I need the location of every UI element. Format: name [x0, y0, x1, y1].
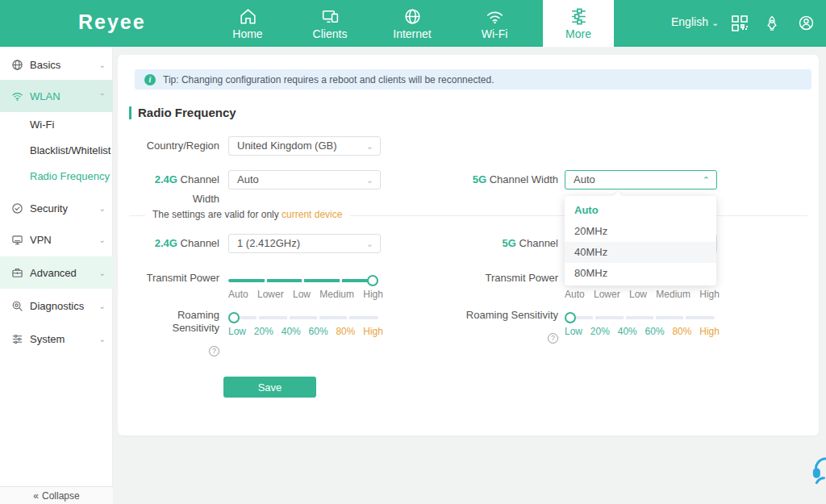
tab-clients-label: Clients	[313, 27, 348, 40]
chevron-down-icon: ⌄	[99, 235, 106, 244]
customer-support-icon[interactable]	[810, 453, 826, 485]
sliders-icon	[11, 332, 24, 345]
transmit-power-ticks: AutoLowerLowMediumHigh	[228, 289, 383, 300]
chevron-down-icon: ⌄	[99, 60, 106, 69]
slider-handle[interactable]	[228, 312, 240, 323]
channel-24g-label: 2.4G Channel	[131, 234, 219, 253]
account-icon[interactable]	[797, 14, 816, 35]
sidebar-item-label: Security	[30, 202, 68, 215]
info-icon: i	[144, 74, 156, 85]
chevron-down-icon: ⌄	[711, 18, 719, 27]
chevron-down-icon: ⌄	[99, 335, 106, 344]
channel-width-5g-label: 5G Channel Width	[452, 170, 558, 190]
chevron-up-icon: ⌃	[99, 92, 106, 101]
roaming-sensitivity-5g-label: Roaming Sensitivity ?	[452, 309, 558, 344]
dropdown-option-40mhz[interactable]: 40MHz	[565, 242, 716, 263]
sidebar-item-advanced[interactable]: Advanced ⌄	[0, 256, 113, 289]
slider-track[interactable]	[228, 279, 378, 282]
channel-width-24g-label: 2.4G Channel Width	[131, 170, 219, 209]
sidebar-item-security[interactable]: Security ⌄	[0, 192, 113, 224]
title-accent-bar	[129, 106, 131, 119]
channel-24g-select[interactable]: 1 (2.412GHz) ⌄	[228, 234, 381, 253]
language-selector[interactable]: English⌄	[671, 15, 719, 28]
chevron-up-icon: ⌃	[703, 171, 710, 189]
dropdown-notch	[613, 191, 622, 200]
slider-track[interactable]	[228, 316, 378, 319]
sidebar-subitem-label: Radio Frequency	[30, 170, 110, 182]
qr-code-icon[interactable]	[730, 14, 749, 36]
sidebar-item-system[interactable]: System ⌄	[0, 323, 113, 355]
chevron-down-icon: ⌄	[366, 137, 373, 155]
channel-width-5g-dropdown: Auto 20MHz 40MHz 80MHz	[565, 196, 716, 285]
settings-scope-note: The settings are valid for only current …	[145, 209, 349, 220]
radio-frequency-panel: i Tip: Changing configuration requires a…	[118, 55, 819, 435]
roaming-sensitivity-5g-slider[interactable]	[565, 312, 715, 323]
language-label: English	[671, 15, 708, 28]
channel-width-24g-select[interactable]: Auto ⌄	[228, 170, 381, 190]
sidebar-item-wlan[interactable]: WLAN ⌃	[0, 80, 113, 112]
save-button[interactable]: Save	[223, 377, 316, 398]
collapse-sidebar-button[interactable]: « Collapse	[0, 486, 113, 504]
sidebar-item-label: Advanced	[30, 267, 77, 279]
dropdown-option-auto[interactable]: Auto	[565, 200, 716, 221]
channel-width-24g-value: Auto	[237, 173, 259, 185]
help-icon[interactable]: ?	[209, 346, 219, 356]
channel-24g-row: 2.4G Channel 1 (2.412GHz) ⌄	[131, 234, 381, 253]
sidebar-item-wifi[interactable]: Wi-Fi	[0, 111, 113, 137]
wifi-icon	[11, 90, 24, 102]
section-title: Radio Frequency	[129, 106, 236, 119]
sidebar-item-label: VPN	[30, 234, 52, 246]
internet-icon	[403, 6, 423, 27]
slider-track[interactable]	[565, 316, 715, 319]
home-icon	[238, 6, 258, 27]
chevron-down-icon: ⌄	[99, 269, 106, 277]
transmit-power-24g-slider[interactable]	[228, 275, 378, 286]
sidebar-item-vpn[interactable]: VPN ⌄	[0, 223, 113, 256]
collapse-label: Collapse	[42, 490, 80, 502]
sidebar-item-blacklist-whitelist[interactable]: Blacklist/Whitelist	[0, 137, 113, 163]
channel-width-5g-select[interactable]: Auto ⌃	[565, 170, 717, 190]
sidebar-item-label: Diagnostics	[30, 300, 84, 312]
sidebar-item-diagnostics[interactable]: Diagnostics ⌄	[0, 289, 113, 322]
chevron-down-icon: ⌄	[366, 171, 373, 189]
sidebar-item-basics[interactable]: Basics ⌄	[0, 48, 113, 81]
rocket-icon[interactable]	[763, 15, 781, 35]
tab-clients[interactable]: Clients	[299, 0, 361, 47]
page-title: Radio Frequency	[138, 106, 236, 119]
reyee-logo: Reyee	[78, 10, 146, 34]
sidebar-item-label: WLAN	[30, 90, 60, 102]
roaming-sensitivity-24g-row: Roaming Sensitivity ? Low20%40%60%80%Hig…	[131, 309, 383, 356]
channel-5g-label: 5G Channel	[452, 234, 558, 253]
tab-more[interactable]: More	[543, 0, 614, 47]
channel-24g-value: 1 (2.412GHz)	[237, 237, 300, 249]
sidebar: Basics ⌄ WLAN ⌃ Wi-Fi Blacklist/Whitelis…	[0, 47, 113, 504]
tab-home[interactable]: Home	[217, 0, 278, 47]
tip-text: Tip: Changing configuration requires a r…	[163, 74, 494, 85]
dropdown-option-20mhz[interactable]: 20MHz	[565, 221, 716, 242]
sidebar-item-radio-frequency[interactable]: Radio Frequency	[0, 163, 113, 189]
country-region-label: Country/Region	[131, 136, 219, 156]
slider-handle[interactable]	[565, 312, 576, 323]
country-region-row: Country/Region United Kingdom (GB) ⌄	[131, 136, 381, 156]
collapse-icon: «	[33, 490, 39, 502]
tip-banner: i Tip: Changing configuration requires a…	[135, 69, 811, 90]
more-settings-icon	[569, 6, 589, 27]
clients-icon	[320, 6, 340, 27]
tab-home-label: Home	[232, 27, 262, 40]
wifi-icon	[485, 6, 505, 27]
transmit-power-24g-row: Transmit Power AutoLowerLowMediumHigh	[131, 272, 383, 300]
sidebar-subitem-label: Wi-Fi	[30, 119, 54, 131]
tab-internet[interactable]: Internet	[382, 0, 443, 47]
tab-wifi[interactable]: Wi-Fi	[464, 0, 525, 47]
dropdown-option-80mhz[interactable]: 80MHz	[565, 263, 716, 284]
channel-width-24g-row: 2.4G Channel Width Auto ⌄	[131, 170, 381, 209]
roaming-sensitivity-24g-slider[interactable]	[228, 312, 378, 323]
help-icon[interactable]: ?	[548, 333, 558, 344]
slider-handle[interactable]	[367, 275, 378, 286]
tab-wifi-label: Wi-Fi	[482, 27, 508, 40]
transmit-power-24g-label: Transmit Power	[131, 272, 219, 300]
chevron-down-icon: ⌄	[99, 204, 106, 213]
roaming-sensitivity-ticks: Low20%40%60%80%High	[565, 326, 720, 337]
country-region-select[interactable]: United Kingdom (GB) ⌄	[228, 136, 381, 156]
monitor-icon	[11, 233, 24, 246]
